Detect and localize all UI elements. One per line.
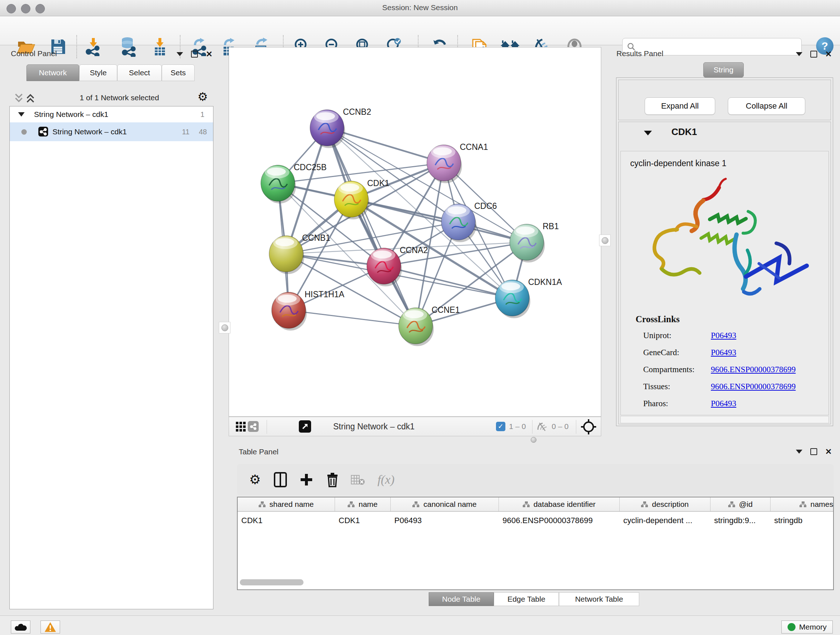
tab-network-table-label: Network Table: [575, 595, 623, 603]
selected-checkbox-icon[interactable]: ✓: [496, 422, 505, 431]
external-window-icon[interactable]: [299, 420, 311, 432]
crosslink-link[interactable]: 9606.ENSP00000378699: [711, 365, 796, 374]
section-chevron-down-icon[interactable]: [644, 131, 652, 135]
tab-select[interactable]: Select: [117, 65, 162, 81]
crosslink-link[interactable]: P06493: [711, 331, 736, 340]
tab-style-label: Style: [90, 68, 107, 77]
tab-style[interactable]: Style: [79, 65, 117, 81]
tab-network-table[interactable]: Network Table: [559, 592, 639, 606]
app-statusbar: Memory: [0, 616, 840, 635]
float-panel-icon[interactable]: [810, 51, 817, 57]
protein-name: CDK1: [671, 126, 697, 138]
hidden-eye-slash-icon: [537, 422, 549, 433]
protein-structure-image: [624, 172, 825, 314]
tab-node-table[interactable]: Node Table: [429, 592, 494, 606]
collapse-panel-icon[interactable]: [796, 450, 802, 454]
table-cell[interactable]: 9606.ENSP00000378699: [499, 513, 620, 528]
close-panel-icon[interactable]: ✕: [825, 449, 832, 454]
import-network-icon[interactable]: [83, 36, 103, 57]
cloud-icon[interactable]: [11, 621, 30, 633]
network-options-gear-icon[interactable]: ⚙: [197, 90, 208, 103]
table-cell[interactable]: CDK1: [238, 513, 335, 528]
add-column-icon[interactable]: [296, 464, 317, 495]
tab-network-label: Network: [39, 68, 66, 77]
close-panel-icon[interactable]: ✕: [206, 51, 212, 57]
column-header-label: database identifier: [534, 500, 596, 509]
float-panel-icon[interactable]: [810, 448, 817, 455]
column-header-canonical-name[interactable]: canonical name: [391, 497, 499, 511]
table-cell[interactable]: stringdb:9...: [711, 513, 771, 528]
collapse-all-label: Collapse All: [746, 101, 788, 111]
birds-eye-crosshair-icon[interactable]: [581, 419, 597, 436]
protein-description: cyclin-dependent kinase 1: [630, 158, 726, 168]
table-hscrollbar-thumb[interactable]: [240, 579, 303, 585]
crosslink-link[interactable]: 9606.ENSP00000378699: [711, 382, 796, 391]
memory-button[interactable]: Memory: [782, 621, 833, 633]
table-cell[interactable]: stringdb: [771, 513, 834, 528]
network-overview-icon[interactable]: [248, 421, 259, 432]
network-node-CCNE1[interactable]: [399, 308, 434, 346]
table-settings-gear-icon[interactable]: ⚙: [245, 464, 265, 495]
table-panel-title: Table Panel: [239, 448, 279, 456]
float-panel-icon[interactable]: [191, 51, 198, 57]
import-database-icon[interactable]: [118, 36, 138, 57]
protein-detail-box: cyclin-dependent kinase 1: [621, 151, 829, 415]
expand-all-networks-icon[interactable]: [14, 93, 24, 105]
bottom-splitter-handle[interactable]: [529, 437, 538, 443]
network-view-title: String Network – cdk1: [333, 422, 415, 432]
collapse-panel-icon[interactable]: [796, 52, 802, 56]
crosslink-link[interactable]: P06493: [711, 399, 736, 409]
column-header-database-identifier[interactable]: database identifier: [499, 497, 620, 511]
network-node-CCNB2[interactable]: [310, 110, 345, 148]
close-panel-icon[interactable]: ✕: [825, 51, 832, 57]
network-node-CCNA1[interactable]: [427, 145, 462, 183]
right-splitter-handle[interactable]: [599, 234, 611, 246]
crosslink-label: GeneCard:: [643, 348, 679, 357]
grid-icon[interactable]: [235, 421, 246, 434]
import-table-icon[interactable]: [150, 36, 170, 57]
network-node-CCNB1[interactable]: [269, 236, 304, 274]
tab-string[interactable]: String: [703, 62, 744, 78]
network-node-CDC25B[interactable]: [261, 165, 296, 203]
network-node-CDK1[interactable]: [334, 181, 369, 219]
network-label: String Network – cdk1: [52, 127, 126, 136]
table-cell[interactable]: P06493: [391, 513, 499, 528]
crosslink-label: Uniprot:: [643, 331, 671, 340]
crosslink-link[interactable]: P06493: [711, 348, 736, 357]
tab-edge-table[interactable]: Edge Table: [494, 592, 559, 606]
column-header-namespace[interactable]: namespace: [771, 497, 834, 511]
network-view-canvas[interactable]: CCNB2CCNA1CDC25BCDK1CDC6RB1CCNB1CCNA2CDK…: [229, 47, 601, 417]
column-header-label: description: [652, 500, 689, 509]
network-row-selected[interactable]: String Network – cdk1 11 48: [10, 122, 213, 141]
expand-all-button[interactable]: Expand All: [645, 97, 715, 115]
node-label-RB1: RB1: [543, 222, 559, 231]
results-scrollbar[interactable]: [621, 416, 829, 423]
tab-select-label: Select: [129, 68, 150, 77]
tab-edge-table-label: Edge Table: [508, 595, 546, 603]
network-node-CDKN1A[interactable]: [495, 280, 531, 318]
network-collection-row[interactable]: String Network – cdk1 1: [10, 106, 213, 122]
network-node-RB1[interactable]: [510, 224, 545, 263]
show-columns-icon[interactable]: [270, 464, 291, 495]
table-cell[interactable]: CDK1: [335, 513, 391, 528]
crosslink-label: Pharos:: [643, 399, 668, 409]
table-cell[interactable]: cyclin-dependent ...: [620, 513, 711, 528]
network-node-CDC6[interactable]: [441, 204, 477, 242]
left-splitter-handle[interactable]: [219, 322, 231, 333]
collapse-all-button[interactable]: Collapse All: [728, 97, 805, 115]
column-header-@id[interactable]: @id: [711, 497, 771, 511]
warning-icon[interactable]: [41, 621, 60, 633]
delete-column-trash-icon[interactable]: [322, 464, 343, 495]
column-header-name[interactable]: name: [335, 497, 391, 511]
tab-sets[interactable]: Sets: [162, 65, 195, 81]
column-header-shared-name[interactable]: shared name: [238, 497, 335, 511]
collapse-all-networks-icon[interactable]: [25, 93, 35, 105]
column-header-description[interactable]: description: [620, 497, 711, 511]
tab-network[interactable]: Network: [27, 65, 79, 81]
column-header-label: @id: [739, 500, 753, 509]
chevron-down-icon[interactable]: [18, 112, 25, 117]
network-edge-count: 48: [199, 128, 207, 136]
collapse-panel-icon[interactable]: [177, 52, 183, 56]
network-node-HIST1H1A[interactable]: [272, 292, 307, 331]
crosslinks-title: CrossLinks: [636, 314, 680, 325]
